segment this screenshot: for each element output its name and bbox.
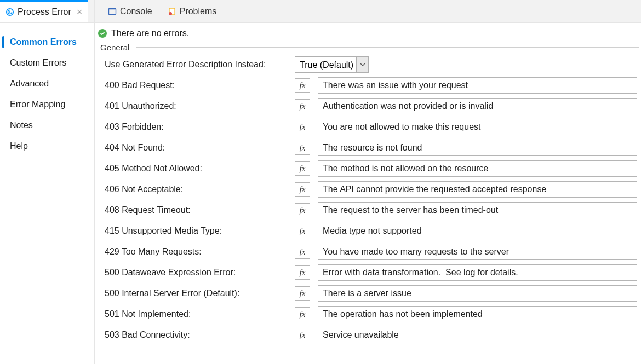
- tab-process-error-label: Process Error: [18, 7, 71, 17]
- fx-button[interactable]: fx: [295, 307, 310, 321]
- row-400-bad-request: 400 Bad Request: fx: [98, 75, 639, 96]
- main-panel: Console Problems There are no errors. Ge…: [95, 0, 641, 364]
- row-label: 400 Bad Request:: [105, 80, 288, 90]
- row-value-input[interactable]: [318, 160, 637, 177]
- row-401-unauthorized: 401 Unauthorized: fx: [98, 96, 639, 117]
- tab-console-label: Console: [120, 7, 152, 16]
- row-503-bad-connectivity: 503 Bad Connectivity: fx: [98, 325, 639, 345]
- sidebar-item-label: Common Errors: [10, 37, 77, 47]
- sidebar-item-custom-errors[interactable]: Custom Errors: [0, 53, 94, 73]
- validation-status-text: There are no errors.: [111, 28, 189, 38]
- row-label: 404 Not Found:: [105, 143, 288, 153]
- group-title: General: [98, 43, 131, 52]
- row-404-not-found: 404 Not Found: fx: [98, 137, 639, 158]
- svg-rect-3: [109, 8, 116, 10]
- sidebar-item-help[interactable]: Help: [0, 136, 94, 157]
- validation-status: There are no errors.: [95, 27, 641, 43]
- fx-button[interactable]: fx: [295, 161, 310, 176]
- row-406-not-acceptable: 406 Not Acceptable: fx: [98, 179, 639, 200]
- console-icon: [108, 7, 117, 16]
- row-value-input[interactable]: [318, 306, 637, 322]
- fx-button[interactable]: fx: [295, 99, 310, 113]
- row-label: 500 Internal Server Error (Default):: [105, 288, 288, 298]
- row-415-unsupported-media-type: 415 Unsupported Media Type: fx: [98, 221, 639, 241]
- row-value-input[interactable]: [318, 223, 637, 239]
- row-403-forbidden: 403 Forbidden: fx: [98, 117, 639, 137]
- row-value-input[interactable]: [318, 327, 637, 343]
- svg-point-5: [169, 12, 172, 15]
- sidebar-item-notes[interactable]: Notes: [0, 115, 94, 136]
- fx-button[interactable]: fx: [295, 286, 310, 301]
- row-label: 405 Method Not Allowed:: [105, 164, 288, 174]
- row-label: 408 Request Timeout:: [105, 205, 288, 215]
- sidebar-item-label: Advanced: [10, 79, 49, 88]
- use-generated-select[interactable]: True (Default): [295, 56, 369, 73]
- row-501-not-implemented: 501 Not Implemented: fx: [98, 304, 639, 325]
- fx-button[interactable]: fx: [295, 328, 310, 342]
- row-value-input[interactable]: [318, 285, 637, 302]
- fx-button[interactable]: fx: [295, 265, 310, 280]
- group-divider: [136, 47, 639, 48]
- row-label: 406 Not Acceptable:: [105, 184, 288, 194]
- fx-button[interactable]: fx: [295, 78, 310, 93]
- row-label: 501 Not Implemented:: [105, 309, 288, 319]
- fx-button[interactable]: fx: [295, 224, 310, 238]
- row-500-internal-server-error: 500 Internal Server Error (Default): fx: [98, 283, 639, 304]
- row-label: 429 Too Many Requests:: [105, 247, 288, 257]
- row-429-too-many-requests: 429 Too Many Requests: fx: [98, 241, 639, 262]
- sidebar-item-label: Help: [10, 141, 28, 151]
- sidebar-item-label: Notes: [10, 120, 33, 130]
- close-icon[interactable]: ×: [75, 7, 83, 17]
- svg-point-1: [9, 11, 10, 13]
- row-label: 401 Unauthorized:: [105, 101, 288, 111]
- left-panel: Process Error × Common Errors Custom Err…: [0, 0, 95, 364]
- row-408-request-timeout: 408 Request Timeout: fx: [98, 200, 639, 221]
- row-500-dataweave-error: 500 Dataweave Expression Error: fx: [98, 262, 639, 283]
- fx-button[interactable]: fx: [295, 182, 310, 197]
- sidebar-item-error-mapping[interactable]: Error Mapping: [0, 94, 94, 115]
- row-405-method-not-allowed: 405 Method Not Allowed: fx: [98, 158, 639, 179]
- view-tab-strip: Console Problems: [95, 0, 641, 23]
- ok-icon: [98, 29, 107, 38]
- row-use-generated: Use Generated Error Description Instead:…: [98, 54, 639, 75]
- tab-console[interactable]: Console: [100, 0, 160, 22]
- row-value-input[interactable]: [318, 77, 637, 94]
- row-label: 503 Bad Connectivity:: [105, 330, 288, 340]
- fx-button[interactable]: fx: [295, 203, 310, 217]
- row-value-input[interactable]: [318, 181, 637, 198]
- row-label: 500 Dataweave Expression Error:: [105, 268, 288, 278]
- row-value-input[interactable]: [318, 202, 637, 218]
- content-area: There are no errors. General Use Generat…: [95, 23, 641, 364]
- row-value-input[interactable]: [318, 119, 637, 135]
- side-nav: Common Errors Custom Errors Advanced Err…: [0, 23, 94, 157]
- problems-icon: [168, 7, 176, 16]
- row-label: 415 Unsupported Media Type:: [105, 226, 288, 236]
- sidebar-item-label: Error Mapping: [10, 100, 65, 109]
- fx-button[interactable]: fx: [295, 245, 310, 259]
- editor-tab-strip: Process Error ×: [0, 0, 94, 23]
- tab-problems[interactable]: Problems: [160, 0, 225, 22]
- row-label: 403 Forbidden:: [105, 122, 288, 132]
- sidebar-item-common-errors[interactable]: Common Errors: [0, 32, 94, 53]
- sidebar-item-advanced[interactable]: Advanced: [0, 73, 94, 94]
- process-error-icon: [5, 8, 14, 16]
- sidebar-item-label: Custom Errors: [10, 58, 66, 67]
- row-value-input[interactable]: [318, 264, 637, 281]
- fx-button[interactable]: fx: [295, 141, 310, 155]
- general-group: General Use Generated Error Description …: [98, 43, 639, 345]
- row-value-input[interactable]: [318, 98, 637, 114]
- row-value-input[interactable]: [318, 140, 637, 156]
- row-value-input[interactable]: [318, 244, 637, 260]
- fx-button[interactable]: fx: [295, 120, 310, 134]
- use-generated-label: Use Generated Error Description Instead:: [105, 60, 288, 70]
- tab-problems-label: Problems: [180, 7, 217, 16]
- tab-process-error[interactable]: Process Error ×: [0, 0, 88, 22]
